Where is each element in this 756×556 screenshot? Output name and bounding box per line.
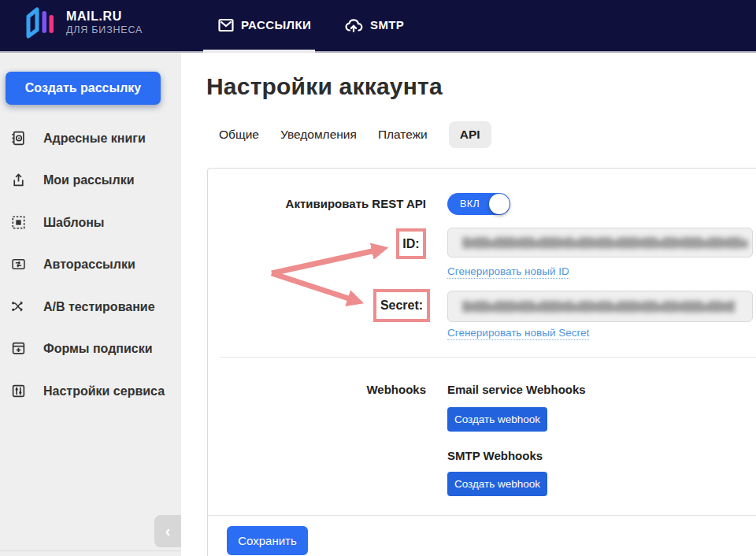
api-secret-field[interactable]: █▇██▆███▇██▆███▇█▆██▇██▆███▇██▆██▇███▆██… (447, 291, 753, 322)
sidebar-divider (0, 550, 181, 551)
subscription-forms-icon (10, 341, 26, 357)
nav-tab-smtp[interactable]: SMTP (344, 0, 404, 50)
annotation-id-label: ID: (396, 228, 426, 259)
page-title: Настройки аккаунта (206, 73, 443, 100)
api-id-field[interactable]: █▇██▆███▇██▆███▇█▆██▇██▆███▇██▆██▇███▆██… (447, 228, 753, 258)
sidebar-item-label: Мои рассылки (43, 173, 135, 187)
mailru-logo-icon (22, 6, 57, 39)
toggle-knob (489, 194, 510, 214)
sidebar-item-ab-testing[interactable]: A/B тестирование (0, 286, 181, 328)
settings-tabs: Общие Уведомления Платежи API (219, 121, 491, 148)
footer-divider (208, 515, 756, 516)
generate-new-id-link[interactable]: Сгенерировать новый ID (447, 265, 569, 279)
tab-platezhi[interactable]: Платежи (378, 128, 428, 142)
service-settings-icon (10, 384, 26, 399)
toggle-state-label: ВКЛ (460, 198, 480, 209)
sidebar-item-service-settings[interactable]: Настройки сервиса (0, 370, 181, 412)
sidebar-item-subscription-forms[interactable]: Формы подписки (0, 328, 181, 369)
create-campaign-button[interactable]: Создать рассылку (6, 72, 161, 105)
section-divider (220, 357, 756, 358)
tab-obshchie[interactable]: Общие (219, 128, 259, 142)
api-secret-masked-value: █▇██▆███▇██▆███▇█▆██▇██▆███▇██▆██▇███▆██… (462, 301, 736, 312)
nav-tab-label: РАССЫЛКИ (241, 18, 311, 32)
sidebar-collapse-button[interactable]: ‹ (154, 515, 181, 547)
active-tab-underline (203, 50, 315, 53)
top-navbar: MAIL.RU ДЛЯ БИЗНЕСА РАССЫЛКИ SMTP (0, 0, 756, 53)
annotation-secret-label: Secret: (373, 289, 430, 322)
my-campaigns-icon (10, 172, 26, 188)
sidebar: Создать рассылку Адресные книги Мои расс… (0, 53, 181, 556)
generate-new-secret-link[interactable]: Сгенерировать новый Secret (447, 327, 589, 340)
logo-subtitle: ДЛЯ БИЗНЕСА (66, 24, 143, 37)
api-id-masked-value: █▇██▆███▇██▆███▇█▆██▇██▆███▇██▆██▇███▆██… (462, 237, 747, 248)
sidebar-item-label: Авторассылки (43, 258, 135, 272)
address-book-icon (10, 131, 26, 146)
sidebar-item-address-books[interactable]: Адресные книги (0, 117, 181, 159)
nav-tab-rassylki[interactable]: РАССЫЛКИ (218, 0, 311, 50)
auto-campaigns-icon (10, 257, 26, 272)
webhooks-label: Webhooks (208, 383, 426, 396)
navbar-bottom-border (0, 51, 756, 53)
ab-testing-icon (10, 299, 26, 315)
smtp-webhooks-heading: SMTP Webhooks (447, 449, 543, 462)
save-button[interactable]: Сохранить (227, 526, 308, 555)
sidebar-item-label: Формы подписки (43, 342, 153, 356)
templates-icon (10, 215, 26, 231)
sidebar-item-auto-campaigns[interactable]: Авторассылки (0, 243, 181, 285)
cloud-upload-icon (344, 17, 363, 33)
nav-tab-label: SMTP (370, 18, 404, 32)
logo[interactable]: MAIL.RU ДЛЯ БИЗНЕСА (22, 6, 143, 39)
tab-uvedomleniya[interactable]: Уведомления (280, 128, 357, 142)
sidebar-item-label: Настройки сервиса (43, 384, 165, 398)
tab-api[interactable]: API (449, 121, 491, 148)
logo-title: MAIL.RU (66, 9, 143, 24)
chevron-left-icon: ‹ (165, 523, 171, 539)
create-smtp-webhook-button[interactable]: Создать webhook (447, 472, 547, 496)
rest-api-label: Активировать REST API (208, 197, 426, 210)
create-email-webhook-button[interactable]: Создать webhook (447, 407, 547, 432)
sidebar-item-my-campaigns[interactable]: Мои рассылки (0, 159, 181, 201)
sidebar-item-label: Шаблоны (43, 216, 105, 230)
main-content: Настройки аккаунта Общие Уведомления Пла… (181, 53, 756, 556)
rest-api-toggle[interactable]: ВКЛ (447, 193, 510, 215)
api-settings-panel: Активировать REST API ВКЛ █▇██▆███▇██▆██… (207, 168, 756, 556)
sidebar-item-label: Адресные книги (43, 132, 146, 146)
sidebar-item-label: A/B тестирование (43, 300, 155, 314)
email-webhooks-heading: Email service Webhooks (447, 383, 586, 396)
envelope-icon (218, 17, 234, 33)
sidebar-item-templates[interactable]: Шаблоны (0, 202, 181, 243)
